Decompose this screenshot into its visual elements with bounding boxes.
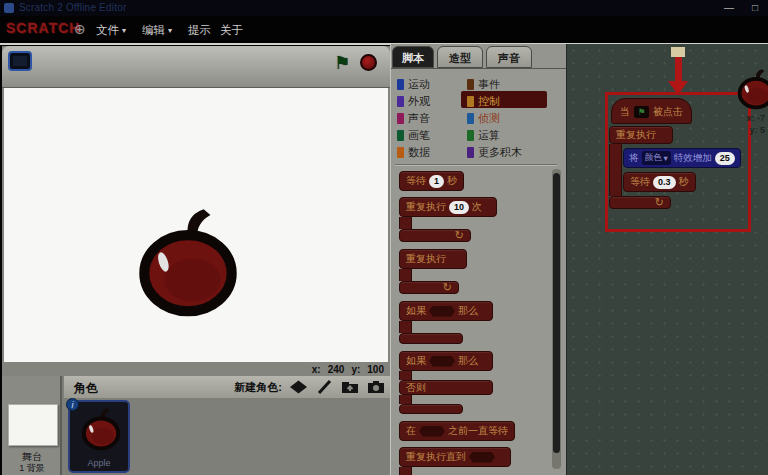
title-bar: Scratch 2 Offline Editor — □ <box>0 0 768 16</box>
tab-scripts[interactable]: 脚本 <box>392 46 434 68</box>
script-forever-spine[interactable] <box>609 144 622 196</box>
wait-secs-input[interactable]: 1 <box>429 175 444 188</box>
backdrop-count-label: 1 背景 <box>2 462 62 475</box>
category-sensing[interactable]: 侦测 <box>467 111 500 126</box>
chevron-down-icon: ▾ <box>664 153 668 163</box>
loop-arrow-icon: ↻ <box>437 282 452 293</box>
menu-edit[interactable]: 编辑 ▾ <box>142 23 172 38</box>
wait-secs-input[interactable]: 0.3 <box>653 176 676 189</box>
language-globe-icon[interactable]: ⊕ <box>74 21 86 37</box>
category-operators[interactable]: 运算 <box>467 128 500 143</box>
apple-sprite-on-stage[interactable] <box>130 206 246 318</box>
presentation-mode-icon[interactable] <box>8 51 32 71</box>
block-forever-top[interactable]: 重复执行 <box>399 249 467 269</box>
mouse-x-label: x: <box>312 364 321 375</box>
boolean-slot[interactable] <box>429 356 455 367</box>
stage-header: ⚑ <box>2 46 390 88</box>
block-if-bottom[interactable] <box>399 333 463 344</box>
window-title: Scratch 2 Offline Editor <box>19 2 126 13</box>
chevron-down-icon: ▾ <box>168 26 172 35</box>
loop-arrow-icon: ↻ <box>449 230 464 241</box>
minimize-button[interactable]: — <box>720 1 738 14</box>
block-repeat-until-top[interactable]: 重复执行直到 <box>399 447 511 467</box>
boolean-slot[interactable] <box>419 426 445 437</box>
block-change-effect[interactable]: 将 颜色 ▾ 特效增加 25 <box>623 148 741 168</box>
script-forever-top[interactable]: 重复执行 <box>609 126 673 144</box>
sprite-position-readout: x: -7 y: 5 <box>717 112 765 136</box>
repeat-count-input[interactable]: 10 <box>449 201 469 214</box>
boolean-slot[interactable] <box>429 306 455 317</box>
script-forever-bottom[interactable]: ↻ <box>609 196 671 209</box>
red-arrow-icon <box>675 57 682 82</box>
sprite-info-button[interactable]: i <box>66 398 79 411</box>
stage-panel: ⚑ x: 240 y: 100 <box>2 46 390 376</box>
sprites-title: 角色 <box>74 380 98 397</box>
category-motion[interactable]: 运动 <box>397 77 430 92</box>
block-wait-secs[interactable]: 等待 1 秒 <box>399 171 464 191</box>
menu-about-label: 关于 <box>220 23 243 38</box>
block-when-flag-clicked[interactable]: 当 ⚑ 被点击 <box>611 98 692 124</box>
category-looks[interactable]: 外观 <box>397 94 430 109</box>
sprite-panel: 舞台 1 背景 角色 新建角色: i <box>2 376 390 475</box>
green-flag-icon: ⚑ <box>634 106 649 118</box>
drop-marker <box>671 47 685 57</box>
sprite-thumbnail-apple[interactable]: i Apple <box>68 400 130 473</box>
block-ifelse-else[interactable]: 否则 <box>399 380 493 395</box>
stop-button[interactable] <box>360 54 377 71</box>
chevron-down-icon: ▾ <box>122 26 126 35</box>
block-repeat-spine[interactable] <box>399 217 412 229</box>
category-sound[interactable]: 声音 <box>397 111 430 126</box>
boolean-slot[interactable] <box>469 452 495 463</box>
tab-costumes[interactable]: 造型 <box>437 46 483 68</box>
stage-canvas[interactable] <box>4 88 388 362</box>
looks-color-chip <box>397 96 404 107</box>
palette-scrollbar[interactable] <box>552 169 561 469</box>
green-flag-button[interactable]: ⚑ <box>334 52 350 74</box>
category-events[interactable]: 事件 <box>467 77 500 92</box>
sprite-library-icon[interactable] <box>288 379 308 395</box>
category-pen[interactable]: 画笔 <box>397 128 430 143</box>
scratch-logo[interactable]: SCRATCH <box>6 20 80 36</box>
effect-dropdown[interactable]: 颜色 ▾ <box>642 151 671 165</box>
block-forever-spine[interactable] <box>399 269 412 281</box>
block-ifelse-spine1[interactable] <box>399 371 412 380</box>
block-repeat-top[interactable]: 重复执行 10 次 <box>399 197 497 217</box>
paint-new-sprite-icon[interactable] <box>314 379 334 395</box>
palette-scrollbar-thumb[interactable] <box>553 173 560 453</box>
block-ifelse-spine2[interactable] <box>399 395 412 404</box>
mouse-y-label: y: <box>351 364 360 375</box>
menu-about[interactable]: 关于 <box>220 23 243 38</box>
block-repeat-bottom[interactable]: ↻ <box>399 229 471 242</box>
menu-file[interactable]: 文件 ▾ <box>96 23 126 38</box>
camera-sprite-icon[interactable] <box>366 379 386 395</box>
script-wait-block[interactable]: 等待 0.3 秒 <box>623 172 696 192</box>
menu-tips[interactable]: 提示 <box>188 23 211 38</box>
block-if-spine[interactable] <box>399 321 412 333</box>
maximize-button[interactable]: □ <box>746 1 764 14</box>
category-more-blocks[interactable]: 更多积木 <box>467 145 522 160</box>
sound-color-chip <box>397 113 404 124</box>
blocks-palette: 脚本 造型 声音 运动 外观 声音 画笔 数据 <box>390 44 566 475</box>
new-sprite-label: 新建角色: <box>234 380 282 395</box>
block-forever-bottom[interactable]: ↻ <box>399 281 459 294</box>
block-ifelse-bottom[interactable] <box>399 404 463 414</box>
mouse-x-value: 240 <box>328 364 345 375</box>
sprite-list-header: 角色 新建角色: <box>64 376 390 398</box>
active-sprite-thumbnail <box>735 68 768 110</box>
upload-sprite-icon[interactable] <box>340 379 360 395</box>
sprite-y-readout: y: 5 <box>717 124 765 136</box>
effect-amount-input[interactable]: 25 <box>715 152 735 165</box>
stage-thumbnail[interactable] <box>8 404 58 446</box>
block-repeat-until-spine[interactable] <box>399 467 412 475</box>
menu-bar: SCRATCH ⊕ 文件 ▾ 编辑 ▾ 提示 关于 ✂ ? <box>0 16 768 44</box>
menu-file-label: 文件 <box>96 23 119 38</box>
category-control[interactable]: 控制 <box>467 94 500 109</box>
tab-sounds[interactable]: 声音 <box>486 46 532 68</box>
sprite-x-readout: x: -7 <box>717 112 765 124</box>
stage-selector[interactable]: 舞台 1 背景 <box>2 376 62 475</box>
block-if-top[interactable]: 如果 那么 <box>399 301 493 321</box>
scripts-pane[interactable]: 当 ⚑ 被点击 重复执行 将 颜色 ▾ 特效增加 25 等待 0.3 秒 ↻ <box>566 44 768 475</box>
block-ifelse-top[interactable]: 如果 那么 <box>399 351 493 371</box>
block-wait-until[interactable]: 在 之前一直等待 <box>399 421 515 441</box>
category-data[interactable]: 数据 <box>397 145 430 160</box>
